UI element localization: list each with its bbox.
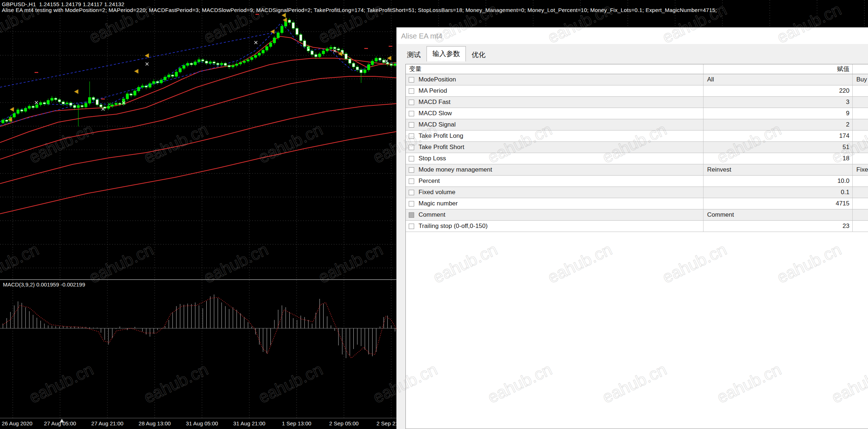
param-row[interactable]: MA Period220 — [406, 85, 868, 97]
time-axis-label: 28 Aug 13:00 — [139, 420, 171, 426]
param-value[interactable]: Reinvest — [703, 164, 853, 175]
param-row[interactable]: MACD Slow9 — [406, 108, 868, 119]
param-label-cell: Take Profit Short — [406, 142, 703, 153]
param-start-value[interactable] — [853, 187, 868, 198]
param-row[interactable]: Stop Loss18 — [406, 153, 868, 164]
param-value[interactable]: All — [703, 74, 853, 85]
param-label-cell: Magic number — [406, 198, 703, 209]
param-row[interactable]: Take Profit Long174 — [406, 131, 868, 142]
param-checkbox[interactable] — [409, 100, 414, 105]
param-label-cell: ModePosition — [406, 74, 703, 85]
param-label: Fixed volume — [419, 189, 455, 196]
param-row[interactable]: CommentComment — [406, 209, 868, 221]
param-start-value[interactable] — [853, 108, 868, 119]
symbol-quote-line: GBPUSD-,H1 1.24155 1.24179 1.24117 1.241… — [2, 1, 124, 7]
time-axis-label: 1 Sep 13:00 — [282, 420, 312, 426]
param-row[interactable]: Percent10.0 — [406, 176, 868, 187]
header-value: 赋值 — [703, 64, 853, 74]
param-start-value[interactable]: Buy — [853, 74, 868, 85]
param-value[interactable]: 3 — [703, 97, 853, 108]
tab-bar: 测试输入参数优化 — [397, 44, 868, 61]
param-value[interactable]: 23 — [703, 221, 853, 232]
param-label: MACD Slow — [419, 110, 452, 117]
time-axis-label: 31 Aug 21:00 — [233, 420, 265, 426]
time-axis-label: 31 Aug 05:00 — [186, 420, 218, 426]
time-axis-label: 2 Sep 05:00 — [329, 420, 359, 426]
param-checkbox[interactable] — [409, 156, 414, 161]
param-checkbox[interactable] — [409, 224, 414, 229]
dialog-title: Alise EA mt4 — [401, 28, 442, 44]
param-start-value[interactable] — [853, 209, 868, 220]
param-start-value[interactable] — [853, 97, 868, 108]
param-label-cell: Mode money management — [406, 164, 703, 175]
param-start-value[interactable] — [853, 198, 868, 209]
param-label-cell: Take Profit Long — [406, 131, 703, 141]
macd-indicator-label: MACD(3,9,2) 0.001959 -0.002199 — [3, 281, 85, 288]
time-axis-label: 26 Aug 2020 — [2, 420, 32, 426]
param-row[interactable]: MACD Fast3 — [406, 97, 868, 108]
param-label-cell: Percent — [406, 176, 703, 187]
param-label-cell: Comment — [406, 209, 703, 220]
param-checkbox[interactable] — [409, 145, 414, 150]
param-value[interactable]: 174 — [703, 131, 853, 141]
time-axis-label: 27 Aug 05:00 — [44, 420, 76, 426]
param-row[interactable]: ModePositionAllBuy — [406, 74, 868, 85]
parameters-table: 变量 赋值 ModePositionAllBuyMA Period220MACD… — [405, 64, 868, 429]
param-start-value[interactable] — [853, 176, 868, 187]
param-row[interactable]: Fixed volume0.1 — [406, 187, 868, 198]
param-row[interactable]: Magic number4715 — [406, 198, 868, 209]
param-checkbox[interactable] — [409, 111, 414, 116]
param-start-value[interactable]: Fixed — [853, 164, 868, 175]
param-label: Take Profit Long — [419, 132, 463, 140]
param-label-cell: Fixed volume — [406, 187, 703, 198]
param-checkbox[interactable] — [409, 88, 414, 94]
tab-2[interactable]: 优化 — [466, 48, 491, 61]
param-row[interactable]: Trailing stop (0-off,0-150)23 — [406, 221, 868, 232]
param-label-cell: MACD Fast — [406, 97, 703, 108]
param-checkbox[interactable] — [409, 190, 414, 195]
param-label-cell: Trailing stop (0-off,0-150) — [406, 221, 703, 232]
table-header: 变量 赋值 — [406, 64, 868, 74]
dialog-title-band — [397, 28, 868, 44]
param-label-cell: Stop Loss — [406, 153, 703, 164]
param-row[interactable]: Take Profit Short51 — [406, 142, 868, 153]
tab-0[interactable]: 测试 — [401, 48, 427, 61]
param-value[interactable]: 2 — [703, 119, 853, 130]
param-start-value[interactable] — [853, 119, 868, 130]
param-checkbox[interactable] — [409, 201, 414, 207]
param-label: MACD Signal — [419, 121, 456, 128]
param-label: ModePosition — [419, 76, 456, 83]
param-label: Comment — [419, 211, 445, 218]
param-value[interactable]: 18 — [703, 153, 853, 164]
param-checkbox[interactable] — [409, 167, 414, 173]
param-checkbox[interactable] — [409, 122, 414, 128]
param-row[interactable]: Mode money managementReinvestFixed — [406, 164, 868, 176]
param-checkbox[interactable] — [409, 179, 414, 184]
param-value[interactable]: 4715 — [703, 198, 853, 209]
param-checkbox[interactable] — [409, 77, 414, 83]
param-value[interactable]: 51 — [703, 142, 853, 153]
param-label-cell: MACD Signal — [406, 119, 703, 130]
param-value[interactable]: 0.1 — [703, 187, 853, 198]
time-axis-label: 27 Aug 21:00 — [91, 420, 123, 426]
param-checkbox[interactable] — [409, 133, 414, 139]
param-value[interactable]: 220 — [703, 85, 853, 96]
param-value[interactable]: 9 — [703, 108, 853, 119]
param-label: MA Period — [419, 87, 447, 95]
param-start-value[interactable] — [853, 221, 868, 232]
param-label: Mode money management — [419, 166, 492, 173]
param-row[interactable]: MACD Signal2 — [406, 119, 868, 131]
param-start-value[interactable] — [853, 131, 868, 141]
param-label: Magic number — [419, 200, 458, 207]
param-value[interactable]: 10.0 — [703, 176, 853, 187]
param-start-value[interactable] — [853, 153, 868, 164]
tab-1[interactable]: 输入参数 — [427, 46, 466, 61]
param-start-value[interactable] — [853, 85, 868, 96]
param-label: Trailing stop (0-off,0-150) — [419, 222, 488, 230]
param-checkbox[interactable] — [409, 212, 414, 218]
param-label: MACD Fast — [419, 99, 451, 106]
param-value[interactable]: Comment — [703, 209, 853, 220]
param-label: Percent — [419, 177, 440, 185]
param-label-cell: MA Period — [406, 85, 703, 96]
param-start-value[interactable] — [853, 142, 868, 153]
